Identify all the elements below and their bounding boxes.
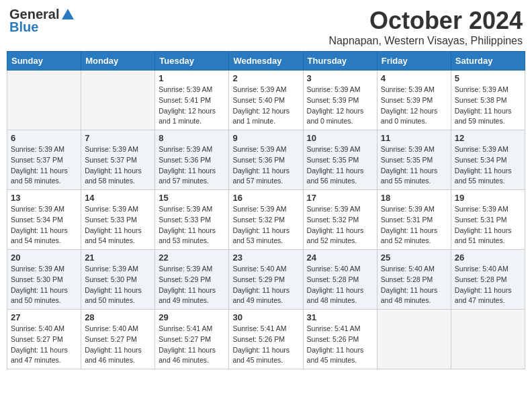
day-number: 3 [307,73,373,83]
day-info: Sunrise: 5:41 AMSunset: 5:26 PMDaylight:… [232,324,299,366]
day-info: Sunrise: 5:39 AMSunset: 5:38 PMDaylight:… [455,85,521,127]
day-number: 1 [159,73,225,83]
day-number: 19 [455,193,521,203]
day-number: 25 [381,253,447,263]
day-info: Sunrise: 5:39 AMSunset: 5:30 PMDaylight:… [85,264,151,306]
day-number: 9 [232,133,299,143]
day-number: 12 [455,133,521,143]
day-info: Sunrise: 5:39 AMSunset: 5:41 PMDaylight:… [159,85,225,127]
calendar-week-row: 27Sunrise: 5:40 AMSunset: 5:27 PMDayligh… [7,310,525,369]
day-info: Sunrise: 5:39 AMSunset: 5:32 PMDaylight:… [232,204,299,246]
day-number: 6 [11,133,77,143]
calendar-cell: 22Sunrise: 5:39 AMSunset: 5:29 PMDayligh… [155,250,229,310]
day-number: 13 [11,193,77,203]
calendar-cell: 8Sunrise: 5:39 AMSunset: 5:36 PMDaylight… [155,130,229,190]
day-info: Sunrise: 5:39 AMSunset: 5:34 PMDaylight:… [455,144,521,187]
day-info: Sunrise: 5:39 AMSunset: 5:35 PMDaylight:… [381,144,447,187]
day-number: 7 [85,133,151,143]
calendar-cell: 31Sunrise: 5:41 AMSunset: 5:26 PMDayligh… [303,310,377,369]
calendar-cell: 12Sunrise: 5:39 AMSunset: 5:34 PMDayligh… [451,130,525,190]
day-info: Sunrise: 5:39 AMSunset: 5:31 PMDaylight:… [455,204,521,246]
weekday-header: Tuesday [155,52,229,71]
calendar-cell: 10Sunrise: 5:39 AMSunset: 5:35 PMDayligh… [303,130,377,190]
day-info: Sunrise: 5:40 AMSunset: 5:28 PMDaylight:… [455,264,521,306]
calendar-week-row: 6Sunrise: 5:39 AMSunset: 5:37 PMDaylight… [7,130,525,190]
header: General Blue October 2024 Napnapan, West… [7,7,525,47]
day-info: Sunrise: 5:39 AMSunset: 5:36 PMDaylight:… [159,144,225,187]
title-section: October 2024 Napnapan, Western Visayas, … [329,7,523,47]
calendar-cell: 17Sunrise: 5:39 AMSunset: 5:32 PMDayligh… [303,190,377,250]
page-title: October 2024 [329,7,523,35]
day-info: Sunrise: 5:39 AMSunset: 5:35 PMDaylight:… [307,144,373,187]
calendar-cell [81,71,155,130]
day-info: Sunrise: 5:40 AMSunset: 5:29 PMDaylight:… [232,264,299,306]
weekday-header: Friday [377,52,451,71]
calendar-cell: 21Sunrise: 5:39 AMSunset: 5:30 PMDayligh… [81,250,155,310]
day-info: Sunrise: 5:39 AMSunset: 5:34 PMDaylight:… [11,204,77,246]
day-number: 5 [455,73,521,83]
page-subtitle: Napnapan, Western Visayas, Philippines [329,35,523,47]
day-number: 2 [232,73,299,83]
day-info: Sunrise: 5:41 AMSunset: 5:27 PMDaylight:… [159,324,225,366]
weekday-header: Saturday [451,52,525,71]
logo-blue: Blue [9,19,38,35]
calendar-cell: 3Sunrise: 5:39 AMSunset: 5:39 PMDaylight… [303,71,377,130]
day-number: 8 [159,133,225,143]
calendar-cell: 1Sunrise: 5:39 AMSunset: 5:41 PMDaylight… [155,71,229,130]
day-info: Sunrise: 5:40 AMSunset: 5:28 PMDaylight:… [307,264,373,306]
day-info: Sunrise: 5:39 AMSunset: 5:40 PMDaylight:… [232,85,299,127]
calendar-week-row: 20Sunrise: 5:39 AMSunset: 5:30 PMDayligh… [7,250,525,310]
day-number: 21 [85,253,151,263]
weekday-header: Thursday [303,52,377,71]
day-info: Sunrise: 5:39 AMSunset: 5:37 PMDaylight:… [85,144,151,187]
calendar-cell: 2Sunrise: 5:39 AMSunset: 5:40 PMDaylight… [229,71,303,130]
day-info: Sunrise: 5:39 AMSunset: 5:37 PMDaylight:… [11,144,77,187]
day-number: 18 [381,193,447,203]
day-info: Sunrise: 5:39 AMSunset: 5:39 PMDaylight:… [307,85,373,127]
calendar-cell: 29Sunrise: 5:41 AMSunset: 5:27 PMDayligh… [155,310,229,369]
calendar-cell: 28Sunrise: 5:40 AMSunset: 5:27 PMDayligh… [81,310,155,369]
logo-icon [60,7,75,22]
weekday-header: Wednesday [229,52,303,71]
day-number: 11 [381,133,447,143]
day-number: 31 [307,312,373,322]
day-number: 14 [85,193,151,203]
calendar-cell [7,71,81,130]
day-info: Sunrise: 5:41 AMSunset: 5:26 PMDaylight:… [307,324,373,366]
day-number: 20 [11,253,77,263]
calendar-cell: 30Sunrise: 5:41 AMSunset: 5:26 PMDayligh… [229,310,303,369]
day-number: 10 [307,133,373,143]
calendar-cell: 19Sunrise: 5:39 AMSunset: 5:31 PMDayligh… [451,190,525,250]
calendar-cell: 18Sunrise: 5:39 AMSunset: 5:31 PMDayligh… [377,190,451,250]
calendar-cell: 23Sunrise: 5:40 AMSunset: 5:29 PMDayligh… [229,250,303,310]
day-number: 30 [232,312,299,322]
calendar-week-row: 1Sunrise: 5:39 AMSunset: 5:41 PMDaylight… [7,71,525,130]
day-info: Sunrise: 5:40 AMSunset: 5:27 PMDaylight:… [11,324,77,366]
day-number: 27 [11,312,77,322]
day-number: 23 [232,253,299,263]
calendar-cell: 11Sunrise: 5:39 AMSunset: 5:35 PMDayligh… [377,130,451,190]
day-number: 28 [85,312,151,322]
calendar-cell: 16Sunrise: 5:39 AMSunset: 5:32 PMDayligh… [229,190,303,250]
calendar-cell: 7Sunrise: 5:39 AMSunset: 5:37 PMDaylight… [81,130,155,190]
day-info: Sunrise: 5:40 AMSunset: 5:27 PMDaylight:… [85,324,151,366]
day-number: 24 [307,253,373,263]
calendar-week-row: 13Sunrise: 5:39 AMSunset: 5:34 PMDayligh… [7,190,525,250]
day-number: 4 [381,73,447,83]
calendar-cell: 13Sunrise: 5:39 AMSunset: 5:34 PMDayligh… [7,190,81,250]
day-info: Sunrise: 5:39 AMSunset: 5:30 PMDaylight:… [11,264,77,306]
calendar-cell [377,310,451,369]
day-info: Sunrise: 5:39 AMSunset: 5:36 PMDaylight:… [232,144,299,187]
calendar-table: SundayMondayTuesdayWednesdayThursdayFrid… [7,51,525,369]
day-info: Sunrise: 5:39 AMSunset: 5:39 PMDaylight:… [381,85,447,127]
calendar-cell: 26Sunrise: 5:40 AMSunset: 5:28 PMDayligh… [451,250,525,310]
weekday-header: Monday [81,52,155,71]
day-number: 17 [307,193,373,203]
weekday-header: Sunday [7,52,81,71]
day-info: Sunrise: 5:39 AMSunset: 5:32 PMDaylight:… [307,204,373,246]
day-info: Sunrise: 5:39 AMSunset: 5:31 PMDaylight:… [381,204,447,246]
calendar-cell: 27Sunrise: 5:40 AMSunset: 5:27 PMDayligh… [7,310,81,369]
calendar-cell: 9Sunrise: 5:39 AMSunset: 5:36 PMDaylight… [229,130,303,190]
calendar-cell: 20Sunrise: 5:39 AMSunset: 5:30 PMDayligh… [7,250,81,310]
svg-marker-0 [62,9,74,19]
